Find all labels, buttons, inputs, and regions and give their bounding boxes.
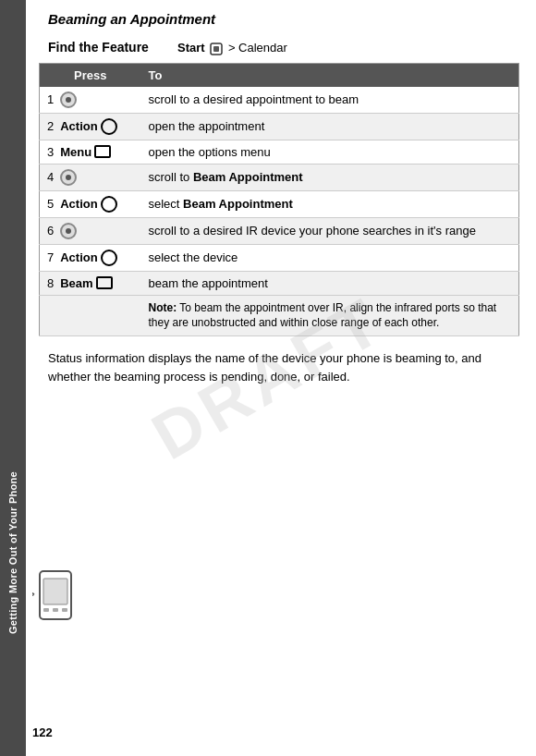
to-cell: Note: To beam the appointment over IR, a… [141,295,519,336]
action-label: Action [60,250,97,264]
press-content: 6 [47,223,134,239]
table-header-press: Press [40,63,141,87]
table-row: Note: To beam the appointment over IR, a… [40,295,519,336]
scroll-wheel-icon [60,169,77,186]
to-cell: scroll to Beam Appointment [141,164,519,190]
to-text: beam the appointment [149,276,268,290]
press-content: 8Beam [47,276,134,290]
table-row: 8Beam beam the appointment [40,271,519,295]
step-number: 8 [47,276,54,290]
action-label: Action [60,197,97,211]
page-number: 122 [32,726,53,739]
feature-finder: Find the Feature Start > Calendar [39,40,519,55]
to-text: scroll to a desired IR device your phone… [149,224,476,238]
table-row: 2Action open the appointment [40,113,519,140]
press-cell: 1 [40,87,141,114]
step-number: 7 [47,250,54,264]
to-text: scroll to a desired appointment to beam [149,92,359,106]
step-number: 4 [47,170,54,184]
status-text: Status information displays the name of … [39,349,519,385]
to-cell: open the options menu [141,140,519,164]
svg-rect-6 [213,46,219,52]
to-cell: scroll to a desired appointment to beam [141,87,519,114]
step-number: 5 [47,197,54,211]
press-cell: 2Action [40,113,141,140]
action-circle-icon [101,250,117,266]
sidebar-label: Getting More Out of Your Phone [7,471,18,634]
table-header-to: To [141,63,519,87]
press-cell: 6 [40,217,141,244]
step-number: 2 [47,119,54,133]
table-row: 7Action select the device [40,244,519,271]
step-number: 6 [47,224,54,238]
main-content: Beaming an Appointment Find the Feature … [26,0,536,756]
to-plain-text: select [149,197,184,211]
press-content: 3Menu [47,145,134,159]
to-cell: select the device [141,244,519,271]
start-button-icon [210,43,223,55]
press-cell: 8Beam [40,271,141,295]
feature-destination: Calendar [238,41,287,55]
press-cell [40,295,141,336]
table-row: 4scroll to Beam Appointment [40,164,519,190]
to-plain-text: scroll to [149,170,193,184]
action-label: Action [60,119,97,133]
press-cell: 7Action [40,244,141,271]
note-text: Note: To beam the appointment over IR, a… [149,301,497,330]
sidebar: Getting More Out of Your Phone [0,0,26,756]
press-content: 5Action [47,196,134,213]
beam-button-icon [96,276,113,289]
feature-finder-value: Start > Calendar [177,41,287,55]
sidebar-text-wrap: Getting More Out of Your Phone [0,460,26,645]
to-text: select the device [149,250,238,264]
to-bold-text: Beam Appointment [183,197,293,211]
press-content: 2Action [47,118,134,135]
press-content: 4 [47,169,134,186]
to-cell: select Beam Appointment [141,190,519,217]
scroll-wheel-icon [60,223,77,239]
to-text: open the appointment [149,119,265,133]
action-circle-icon [101,196,117,213]
to-cell: scroll to a desired IR device your phone… [141,217,519,244]
instruction-table: Press To 1scroll to a desired appointmen… [39,63,519,337]
step-number: 3 [47,145,54,159]
table-row: 3Menu open the options menu [40,140,519,164]
menu-button-icon [94,145,111,158]
page-title: Beaming an Appointment [39,11,519,27]
press-cell: 5Action [40,190,141,217]
table-row: 6scroll to a desired IR device your phon… [40,217,519,244]
feature-path-start: Start [177,41,205,55]
press-content: 1 [47,91,134,108]
press-cell: 3Menu [40,140,141,164]
step-number: 1 [47,92,54,106]
to-text: open the options menu [149,145,271,159]
to-cell: open the appointment [141,113,519,140]
action-circle-icon [101,118,117,135]
beam-label: Beam [60,276,92,290]
press-cell: 4 [40,164,141,190]
table-row: 1scroll to a desired appointment to beam [40,87,519,114]
to-cell: beam the appointment [141,271,519,295]
table-row: 5Action select Beam Appointment [40,190,519,217]
feature-separator: > [228,41,238,55]
table-header-row: Press To [40,63,519,87]
press-content: 7Action [47,250,134,266]
scroll-wheel-icon [60,91,77,108]
to-bold-text: Beam Appointment [193,170,303,184]
menu-label: Menu [60,145,91,159]
feature-finder-label: Find the Feature [48,40,177,55]
